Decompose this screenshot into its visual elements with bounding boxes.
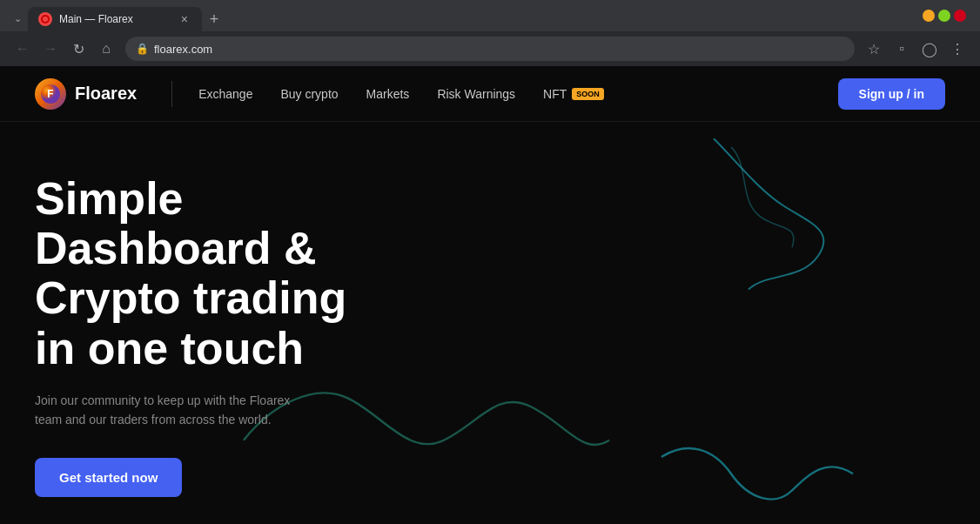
nft-soon-badge: Soon bbox=[572, 88, 604, 100]
navbar-nav: Exchange Buy crypto Markets Risk Warning… bbox=[198, 87, 837, 101]
back-button[interactable]: ← bbox=[10, 37, 35, 61]
hero-content: Simple Dashboard & Crypto trading in one… bbox=[35, 174, 470, 497]
nav-risk-warnings[interactable]: Risk Warnings bbox=[437, 87, 515, 101]
tab-area: ⌄ Main — Floarex × + bbox=[7, 0, 912, 31]
navbar-actions: Sign up / in bbox=[838, 78, 945, 110]
forward-button[interactable]: → bbox=[38, 37, 63, 61]
tab-favicon bbox=[38, 12, 52, 26]
browser-titlebar: ⌄ Main — Floarex × + − □ × bbox=[0, 0, 980, 31]
svg-text:F: F bbox=[47, 88, 53, 100]
toolbar-actions: ☆ ▫ ◯ ⋮ bbox=[862, 37, 970, 61]
new-tab-button[interactable]: + bbox=[202, 7, 226, 31]
maximize-button[interactable]: □ bbox=[938, 10, 950, 22]
minimize-button[interactable]: − bbox=[923, 10, 935, 22]
hero-title: Simple Dashboard & Crypto trading in one… bbox=[35, 174, 470, 373]
site-navbar: F Floarex Exchange Buy crypto Markets Ri… bbox=[0, 66, 980, 122]
logo-text: Floarex bbox=[75, 84, 137, 104]
website-content: F Floarex Exchange Buy crypto Markets Ri… bbox=[0, 66, 980, 524]
profile-button[interactable]: ◯ bbox=[917, 37, 942, 61]
address-text: floarex.com bbox=[154, 43, 212, 56]
window-controls: − □ × bbox=[916, 10, 973, 22]
nav-nft[interactable]: NFT Soon bbox=[543, 87, 604, 101]
nav-exchange[interactable]: Exchange bbox=[198, 87, 252, 101]
tab-title: Main — Floarex bbox=[59, 13, 171, 25]
nav-buy-crypto[interactable]: Buy crypto bbox=[280, 87, 338, 101]
hero-subtitle: Join our community to keep up with the F… bbox=[35, 391, 313, 430]
address-bar[interactable]: 🔒 floarex.com bbox=[125, 37, 855, 61]
get-started-button[interactable]: Get started now bbox=[35, 458, 182, 497]
tab-left-buttons: ⌄ bbox=[7, 5, 28, 31]
signup-button[interactable]: Sign up / in bbox=[838, 78, 945, 110]
active-tab[interactable]: Main — Floarex × bbox=[28, 7, 202, 31]
close-button[interactable]: × bbox=[954, 10, 966, 22]
logo-area[interactable]: F Floarex bbox=[35, 78, 137, 110]
extensions-button[interactable]: ▫ bbox=[889, 37, 914, 61]
reload-button[interactable]: ↻ bbox=[66, 37, 91, 61]
navbar-divider bbox=[171, 81, 172, 107]
tab-list-btn[interactable]: ⌄ bbox=[10, 11, 24, 25]
menu-button[interactable]: ⋮ bbox=[945, 37, 970, 61]
tab-close-button[interactable]: × bbox=[178, 10, 191, 28]
hero-section: Simple Dashboard & Crypto trading in one… bbox=[0, 122, 980, 524]
navigation-buttons: ← → ↻ ⌂ bbox=[10, 37, 118, 61]
browser-toolbar: ← → ↻ ⌂ 🔒 floarex.com ☆ ▫ ◯ ⋮ bbox=[0, 31, 980, 66]
svg-point-1 bbox=[43, 17, 48, 22]
browser-chrome: ⌄ Main — Floarex × + − □ × ← bbox=[0, 0, 980, 66]
nav-markets[interactable]: Markets bbox=[366, 87, 410, 101]
logo-icon: F bbox=[35, 78, 66, 110]
secure-icon: 🔒 bbox=[136, 43, 149, 55]
home-button[interactable]: ⌂ bbox=[94, 37, 118, 61]
bookmark-button[interactable]: ☆ bbox=[862, 37, 886, 61]
